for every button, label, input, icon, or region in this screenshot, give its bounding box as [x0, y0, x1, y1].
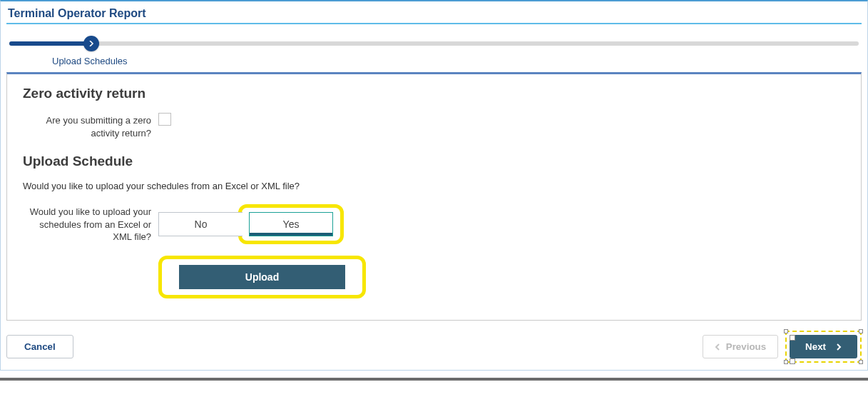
upload-choice-label: Would you like to upload your schedules … — [23, 204, 158, 243]
highlight-yes: Yes — [238, 204, 344, 244]
report-frame: Terminal Operator Report Upload Schedule… — [0, 0, 868, 371]
next-label: Next — [805, 341, 826, 352]
zero-activity-row: Are you submitting a zero activity retur… — [23, 113, 845, 139]
highlight-upload: Upload — [158, 256, 366, 298]
zero-activity-heading: Zero activity return — [23, 86, 845, 101]
previous-label: Previous — [726, 341, 766, 352]
cancel-button[interactable]: Cancel — [6, 335, 73, 358]
main-panel: Zero activity return Are you submitting … — [6, 72, 862, 321]
next-button[interactable]: Next — [790, 335, 857, 358]
chevron-right-icon — [836, 343, 842, 351]
upload-button[interactable]: Upload — [179, 265, 345, 289]
footer-right: Previous Next — [703, 331, 862, 363]
wizard-step-current[interactable] — [83, 36, 99, 51]
chevron-right-icon — [88, 41, 94, 46]
chevron-left-icon — [715, 343, 720, 351]
upload-schedule-heading: Upload Schedule — [23, 154, 845, 169]
footer: Cancel Previous Next — [6, 321, 862, 363]
upload-schedule-intro: Would you like to upload your schedules … — [23, 181, 845, 191]
highlight-next: Next — [785, 331, 862, 363]
wizard-track — [9, 41, 859, 46]
upload-button-row: Upload — [23, 248, 845, 298]
zero-activity-checkbox[interactable] — [158, 113, 171, 126]
title-underline — [6, 23, 862, 24]
wizard-progress-fill — [9, 41, 90, 46]
bottom-bar — [0, 378, 868, 381]
previous-button[interactable]: Previous — [703, 335, 778, 358]
upload-option-yes[interactable]: Yes — [249, 212, 333, 236]
wizard-step-label: Upload Schedules — [9, 50, 859, 66]
zero-activity-label: Are you submitting a zero activity retur… — [23, 113, 158, 139]
upload-button-spacer — [23, 248, 158, 250]
page-title: Terminal Operator Report — [6, 3, 862, 23]
upload-option-no[interactable]: No — [158, 212, 242, 236]
wizard: Upload Schedules — [6, 41, 862, 72]
upload-toggle-group: No Yes — [158, 204, 344, 244]
upload-choice-row: Would you like to upload your schedules … — [23, 204, 845, 244]
